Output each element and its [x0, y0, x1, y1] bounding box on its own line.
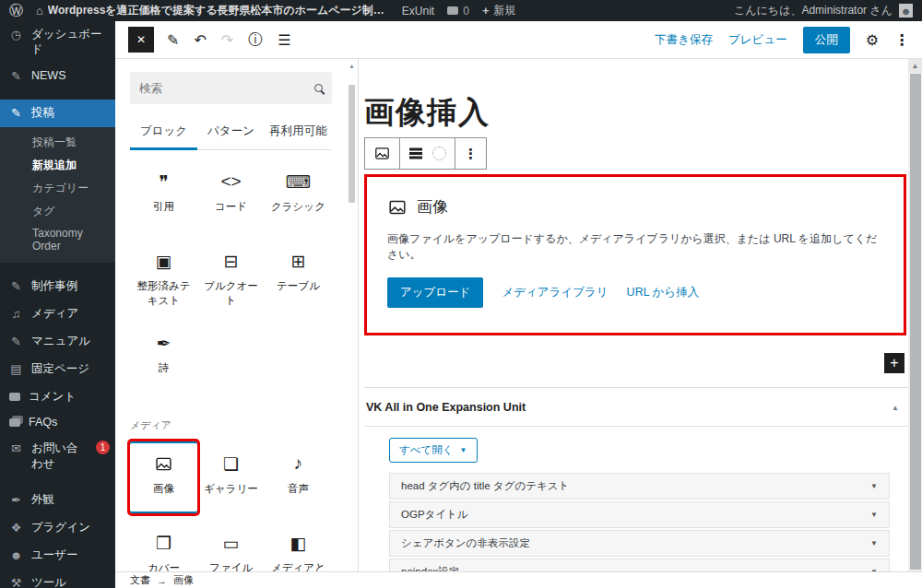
chevron-down-icon: ▼ — [460, 446, 467, 454]
block-item-verse[interactable]: ✒詩 — [130, 321, 197, 393]
block-item-code[interactable]: <>コード — [197, 159, 265, 231]
sidebar-subitem[interactable]: カテゴリー — [0, 177, 115, 200]
block-type-button[interactable] — [365, 138, 399, 169]
breadcrumb-root[interactable]: 文書 — [130, 573, 150, 587]
block-item-quote[interactable]: ❞引用 — [130, 159, 197, 231]
alignment-icon[interactable] — [408, 147, 422, 160]
search-input[interactable] — [139, 82, 314, 95]
avatar[interactable]: ☻ — [899, 4, 913, 18]
image-icon — [387, 197, 408, 218]
list-view-icon[interactable]: ☰ — [278, 31, 290, 49]
block-item-table[interactable]: ⊞テーブル — [265, 239, 332, 313]
block-item-preformatted[interactable]: ▣整形済みテキスト — [130, 239, 197, 313]
sidebar-item-media[interactable]: ♫メディア — [0, 300, 115, 328]
page-scrollbar[interactable]: ▲ — [908, 59, 922, 571]
news-icon: ✎ — [9, 69, 23, 85]
sidebar-item-plugins[interactable]: ❖プラグイン — [0, 514, 115, 542]
sidebar-item-label: 外観 — [31, 492, 54, 507]
greeting-text[interactable]: こんにちは、Administrator さん — [734, 3, 892, 18]
tab-blocks[interactable]: ブロック — [130, 115, 197, 149]
sidebar-item-posts[interactable]: ✎投稿 — [0, 100, 115, 127]
inserter-scrollbar[interactable]: ▲ — [347, 61, 357, 570]
tab-reusable[interactable]: 再利用可能 — [265, 115, 332, 149]
edit-mode-icon[interactable]: ✎ — [167, 31, 179, 49]
site-name-link[interactable]: ⌂ Wordpressを適正価格で提案する長野県松本市のホームページ制作会社/コ… — [36, 3, 389, 18]
redo-icon[interactable]: ↷ — [221, 31, 233, 49]
sidebar-item-label: コメント — [29, 389, 76, 404]
insert-from-url-button[interactable]: URL から挿入 — [627, 285, 700, 300]
sidebar-item-faqs[interactable]: FAQs — [0, 409, 115, 435]
block-item-classic[interactable]: ⌨クラシック — [265, 159, 332, 231]
admin-bar-comments[interactable]: 0 — [447, 5, 469, 18]
post-title[interactable]: 画像挿入 — [364, 92, 908, 134]
sidebar-item-news[interactable]: ✎NEWS — [0, 63, 115, 90]
breadcrumb-current[interactable]: 画像 — [173, 573, 194, 587]
vk-accordion-label: noindex設定 — [401, 565, 459, 571]
drag-handle-icon[interactable] — [432, 147, 446, 160]
vk-panel-header[interactable]: VK All in One Expansion Unit ▲ — [364, 388, 908, 427]
tab-patterns[interactable]: パターン — [197, 115, 265, 149]
sidebar-item-label: メディア — [31, 306, 78, 321]
vk-accordion-label: OGPタイトル — [401, 508, 468, 522]
tools-icon: ⚒ — [9, 576, 23, 588]
sidebar-item-users[interactable]: ☻ユーザー — [0, 542, 115, 570]
undo-icon[interactable]: ↶ — [194, 31, 206, 49]
scrollbar-thumb[interactable] — [910, 74, 921, 570]
scrollbar-thumb[interactable] — [349, 85, 355, 203]
open-all-button[interactable]: すべて開く ▼ — [389, 438, 478, 463]
block-item-image[interactable]: 画像 — [130, 441, 197, 513]
breadcrumb: 文書 → 画像 — [115, 571, 922, 588]
info-icon[interactable]: ⓘ — [248, 30, 263, 50]
vk-accordion-row[interactable]: head タグ内の title タグのテキスト▼ — [389, 473, 890, 500]
sidebar-item-appearance[interactable]: ✒外観 — [0, 487, 115, 514]
add-block-button[interactable]: + — [884, 353, 904, 373]
sidebar-item-dashboard[interactable]: ◷ダッシュボード — [0, 21, 115, 63]
vk-accordion-row[interactable]: OGPタイトル▼ — [389, 501, 890, 528]
admin-sidebar: ◷ダッシュボード✎NEWS✎投稿投稿一覧新規追加カテゴリータグTaxonomy … — [0, 21, 115, 588]
block-item-pullquote[interactable]: ⊟プルクオート — [197, 239, 265, 313]
collapse-icon: ▲ — [892, 404, 899, 412]
sidebar-item-tools[interactable]: ⚒ツール — [0, 570, 115, 588]
sidebar-subitem[interactable]: Taxonomy Order — [0, 223, 115, 256]
verse-block-icon: ✒ — [157, 332, 171, 354]
chevron-down-icon: ▼ — [870, 482, 878, 490]
sidebar-item-pages[interactable]: ▤固定ページ — [0, 356, 115, 383]
code-block-icon: <> — [220, 171, 241, 193]
appearance-icon: ✒ — [9, 493, 23, 509]
admin-bar-exunit[interactable]: ExUnit — [402, 5, 434, 18]
block-item-label: ギャラリー — [204, 482, 258, 497]
admin-bar-new[interactable]: + 新規 — [482, 3, 516, 18]
sidebar-item-label: 制作事例 — [31, 278, 77, 293]
vk-panel-title: VK All in One Expansion Unit — [366, 401, 526, 414]
open-all-label: すべて開く — [399, 443, 454, 457]
wordpress-logo-icon[interactable]: Ⓦ — [9, 2, 23, 19]
preview-button[interactable]: プレビュー — [728, 32, 787, 48]
sidebar-subitem[interactable]: タグ — [0, 200, 115, 223]
sidebar-item-manual[interactable]: ✎マニュアル — [0, 328, 115, 356]
sidebar-item-contact[interactable]: ✉お問い合わせ1 — [0, 435, 115, 476]
blocks-list: ❞引用<>コード⌨クラシック▣整形済みテキスト⊟プルクオート⊞テーブル✒詩メディ… — [130, 159, 332, 588]
block-item-gallery[interactable]: ❏ギャラリー — [197, 441, 265, 513]
scroll-up-icon[interactable]: ▲ — [908, 59, 922, 73]
save-draft-button[interactable]: 下書き保存 — [655, 32, 713, 48]
scroll-up-icon[interactable]: ▲ — [347, 61, 357, 72]
sidebar-subitem[interactable]: 新規追加 — [0, 154, 115, 177]
image-block-description: 画像ファイルをアップロードするか、メディアライブラリから選択、または URL を… — [387, 231, 883, 263]
upload-button[interactable]: アップロード — [387, 277, 483, 308]
works-icon: ✎ — [9, 279, 23, 295]
block-item-label: コード — [215, 200, 247, 215]
vk-accordion-row[interactable]: シェアボタンの非表示設定▼ — [389, 530, 890, 557]
block-options-button[interactable]: ⋮ — [455, 138, 486, 169]
sidebar-item-works[interactable]: ✎制作事例 — [0, 273, 115, 300]
sidebar-item-comments[interactable]: コメント — [0, 383, 115, 409]
vk-accordion-row[interactable]: noindex設定▼ — [389, 559, 890, 571]
sidebar-subitem[interactable]: 投稿一覧 — [0, 131, 115, 154]
more-options-icon: ⋮ — [464, 146, 478, 162]
more-options-icon[interactable]: ⋮ — [894, 31, 909, 49]
publish-button[interactable]: 公開 — [803, 27, 850, 53]
close-inserter-button[interactable]: ✕ — [128, 27, 154, 53]
block-item-audio[interactable]: ♪音声 — [265, 441, 332, 513]
vk-accordion-label: head タグ内の title タグのテキスト — [401, 479, 569, 493]
media-library-button[interactable]: メディアライブラリ — [502, 285, 608, 300]
gear-icon[interactable]: ⚙ — [866, 31, 879, 49]
